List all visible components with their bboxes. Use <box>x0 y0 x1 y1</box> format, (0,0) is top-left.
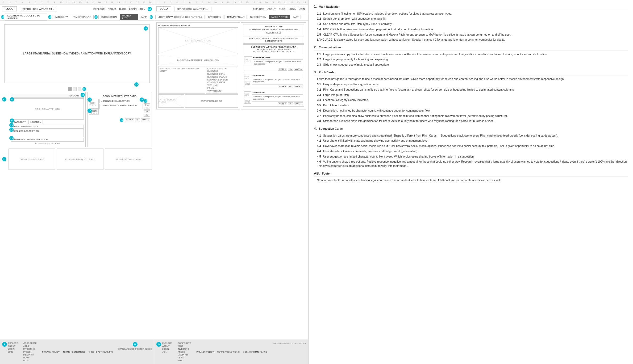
footer-login-2[interactable]: LOGIN <box>162 348 172 350</box>
vote-neutral[interactable]: +/– <box>135 118 140 122</box>
cards-row: 3.1 3.7 POPULARITY 3.3 PITCH PRIMARY PHO… <box>2 92 152 147</box>
footer-investing-2[interactable]: INVESTING <box>178 348 191 350</box>
section-3-item-6: 3.6 Description, not limited by characte… <box>314 109 628 113</box>
category-filter[interactable]: CATEGORY <box>52 15 70 19</box>
time-filter[interactable]: TIME/POPULAR <box>71 15 94 19</box>
vote-minus-u1[interactable]: VOTE – <box>294 85 303 88</box>
footer-explore[interactable]: EXPLORE <box>8 342 18 344</box>
nav-bar-left: LOGO SEARCH BOX W/AUTO FILL EXPLORE ABOU… <box>0 5 154 13</box>
footer-press-2[interactable]: PRESS <box>178 351 191 353</box>
footer-corp-col: CORPORATE JOBS INVESTING PRESS MEDIA KIT… <box>23 342 37 362</box>
vote-neutral-u2[interactable]: +/– <box>288 102 293 105</box>
footer-news-2[interactable]: NEWS <box>178 357 191 359</box>
map-filter[interactable]: MAP <box>139 15 149 19</box>
nav-explore[interactable]: EXPLORE <box>92 7 106 11</box>
nav-explore-2[interactable]: EXPLORE <box>252 7 266 11</box>
section-num-3: 3. <box>314 70 317 75</box>
fb-btn[interactable]: FB <box>144 107 150 110</box>
vote-plus-u2[interactable]: VOTE + <box>278 102 287 105</box>
footer-jobs[interactable]: JOBS <box>23 345 37 347</box>
vote-minus-u2[interactable]: VOTE – <box>294 102 303 105</box>
section-3-item-7: 3.7 Popularity banner, can also allow bu… <box>314 114 628 118</box>
footer-blog-2[interactable]: BLOG <box>178 359 191 362</box>
section-1-item-5: 1.5 CLEAR CTA: Make a Suggestion for con… <box>314 33 628 37</box>
map-filter-2[interactable]: MAP <box>291 15 301 19</box>
suggestion-filter-2[interactable]: SUGGESTION <box>248 15 268 19</box>
section-num-2: 2. <box>314 45 317 50</box>
footer-block-label: STANDARDIZED FOOTER BLOCK <box>118 348 152 350</box>
biz-idea-desc-label: BUSINESS IDEA DESCRIPTION <box>158 24 238 27</box>
section-num-4: 4. <box>314 126 317 131</box>
location-filter[interactable]: LOCATION W/ GOOGLE GEO AUTOFILL <box>5 14 48 20</box>
pitch-cta-2[interactable]: MAKE A PITCH <box>269 15 290 19</box>
vote-minus[interactable]: VOTE – <box>141 118 150 122</box>
location-filter-2[interactable]: LOCATION W/ GOOGLE GEO AUTOFILL <box>155 15 205 19</box>
gplus-btn[interactable]: G+ <box>144 114 150 117</box>
filter-badge-1-1: 1.1 <box>1 15 4 19</box>
nav-badge-1-6: 1.6 <box>148 7 152 11</box>
nav-login[interactable]: LOGIN <box>128 7 138 11</box>
dot-1[interactable] <box>68 87 72 91</box>
section-4-item-4: 4.4 User stats depict views, comments, f… <box>314 149 628 154</box>
nav-about[interactable]: ABOUT <box>106 7 117 11</box>
footer-blog[interactable]: BLOG <box>23 359 37 362</box>
footer-join[interactable]: JOIN <box>8 351 18 353</box>
footer-nav-col: EXPLORE ABOUT LOGIN JOIN <box>8 342 18 353</box>
section-1-item-lang: LANGUAGE: is plainly stated for easy and… <box>314 38 628 42</box>
nav-blog[interactable]: BLOG <box>118 7 127 11</box>
user-actions: USER ACTIONS: LIKE TWEET SHARE FAVORITE … <box>243 36 304 44</box>
search-box[interactable]: SEARCH BOX W/AUTO FILL <box>20 7 57 11</box>
badge-4-6: 4.6 <box>120 118 123 122</box>
footer-corporate[interactable]: CORPORATE <box>23 342 37 344</box>
footer-left: A EXPLORE ABOUT LOGIN JOIN CORPORATE JOB… <box>0 340 154 364</box>
nav-about-2[interactable]: ABOUT <box>266 7 277 11</box>
footer-login[interactable]: LOGIN <box>8 348 18 350</box>
nav-login-2[interactable]: LOGIN <box>287 7 297 11</box>
pitch-card: 3.7 POPULARITY 3.3 PITCH PRIMARY PHOTO 3… <box>9 92 86 147</box>
nav-join[interactable]: JOIN <box>138 7 147 11</box>
footer-media-kit[interactable]: MEDIA KIT <box>23 354 37 356</box>
bottom-pitch-card-2: BUSINESS PITCH CARD <box>105 149 152 170</box>
section-2-item-1: 2.1 Large prominent copy blocks that des… <box>314 52 628 57</box>
badge-4-5: 4.5 <box>140 98 144 102</box>
category-filter-2[interactable]: CATEGORY <box>206 15 224 19</box>
terms-conditions[interactable]: TERMS / CONDITIONS <box>63 351 85 353</box>
pitch-cta[interactable]: MAKE A PITCH <box>120 14 138 20</box>
footer-about-2[interactable]: ABOUT <box>162 345 172 347</box>
terms-conditions-2[interactable]: TERMS / CONDITIONS <box>217 351 240 353</box>
filter-bar-left: 1.1 LOCATION W/ GOOGLE GEO AUTOFILL 1.2 … <box>0 13 154 21</box>
suggestion-filter[interactable]: SUGGESTION <box>98 15 119 19</box>
vote-plus-u1[interactable]: VOTE + <box>278 85 287 88</box>
footer-about[interactable]: ABOUT <box>8 345 18 347</box>
footer-media-kit-2[interactable]: MEDIA KIT <box>178 354 191 356</box>
right-annotation-panel: 1. Main Navigation 1.1 Location auto-fil… <box>309 0 633 364</box>
footer-corporate-2[interactable]: CORPORATE <box>178 342 191 344</box>
slideshow-dots: 2.3 <box>0 87 154 91</box>
footer-press[interactable]: PRESS <box>23 351 37 353</box>
footer-jobs-2[interactable]: JOBS <box>178 345 191 347</box>
footer-investing[interactable]: INVESTING <box>23 348 37 350</box>
vote-minus-ent[interactable]: VOTE – <box>294 68 303 71</box>
privacy-policy[interactable]: PRIVACY POLICY <box>42 351 60 353</box>
footer-explore-2[interactable]: EXPLORE <box>162 342 172 344</box>
vote-plus[interactable]: VOTE + <box>125 118 134 122</box>
section-title-1: Main Navigation <box>319 5 340 9</box>
tw-btn[interactable]: TW <box>144 110 150 113</box>
cta-btn[interactable]: CTA <box>144 103 150 106</box>
ruler-top-middle: 123456789101112131415161718192021222324 <box>154 0 308 5</box>
time-filter-2[interactable]: TIME/POPULAR <box>224 15 247 19</box>
nav-blog-2[interactable]: BLOG <box>277 7 287 11</box>
dot-3[interactable] <box>78 87 81 91</box>
location-label: LOCATION <box>28 120 43 124</box>
search-box-2[interactable]: SEARCH BOX W/AUTO FILL <box>174 7 211 11</box>
privacy-policy-2[interactable]: PRIVACY POLICY <box>196 351 214 353</box>
footer-news[interactable]: NEWS <box>23 357 37 359</box>
section-1-item-3: 1.3 Sort options and defaults: Pitch Typ… <box>314 22 628 26</box>
user-name: USER NAME / SUGGESTION <box>99 99 143 103</box>
footer-join-2[interactable]: JOIN <box>162 351 172 353</box>
nav-join-2[interactable]: JOIN <box>298 7 306 11</box>
vote-neutral-ent[interactable]: +/– <box>288 68 293 71</box>
vote-plus-ent[interactable]: VOTE + <box>278 68 287 71</box>
vote-neutral-u1[interactable]: +/– <box>288 85 293 88</box>
dot-2[interactable] <box>73 87 77 91</box>
